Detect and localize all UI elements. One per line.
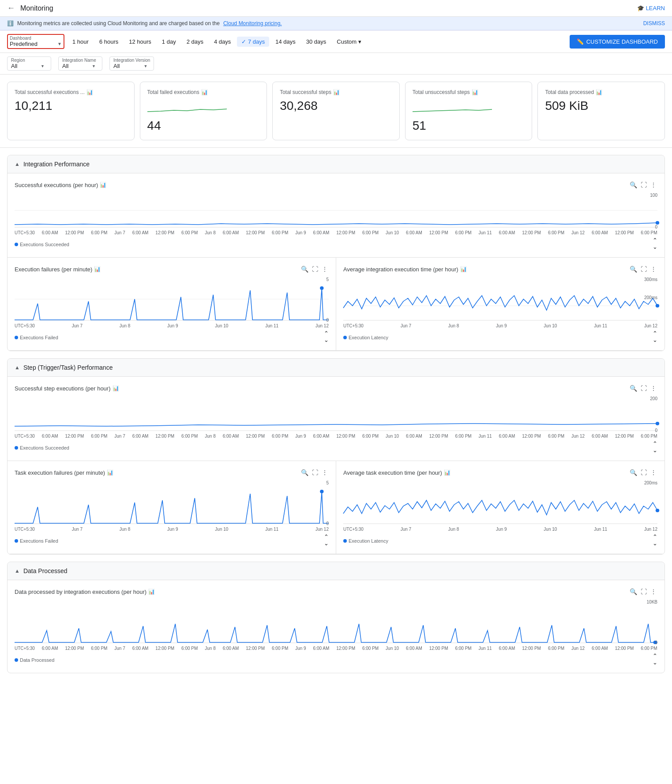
region-label: Region [11, 58, 47, 63]
time-btn-4days[interactable]: 4 days [210, 37, 235, 47]
time-btn-1hour[interactable]: 1 hour [68, 37, 93, 47]
more-button-avg-exec-time[interactable]: ⋮ [649, 265, 657, 274]
card-value-unsuccessful-steps: 51 [413, 119, 525, 133]
chart-svg-avg-exec-time [343, 277, 657, 321]
scroll-arrows-avg-exec-time[interactable]: ⌃ ⌄ [653, 330, 657, 343]
chart-successful-executions-per-hour: Successful executions (per hour) 📊 🔍 ⛶ ⋮… [8, 173, 664, 258]
chart-info-icon-task-fail: 📊 [107, 469, 113, 476]
zoom-button-data-processed[interactable]: 🔍 [629, 587, 638, 596]
expand-button-avg-exec-time[interactable]: ⛶ [640, 265, 648, 274]
card-title-failed-executions: Total failed executions 📊 [147, 89, 260, 95]
scroll-arrows-avg-task[interactable]: ⌃ ⌄ [653, 533, 657, 547]
integration-version-filter-wrapper: Integration Version All [109, 56, 154, 71]
time-btn-12hours[interactable]: 12 hours [124, 37, 156, 47]
time-btn-2days[interactable]: 2 days [182, 37, 208, 47]
zoom-button-successful-exec[interactable]: 🔍 [629, 180, 638, 189]
more-button-successful-step[interactable]: ⋮ [649, 384, 657, 393]
card-value-failed-executions: 44 [147, 119, 260, 133]
chart-svg-avg-task [343, 480, 657, 525]
integration-version-select-container: All [113, 63, 150, 69]
time-btn-6hours[interactable]: 6 hours [95, 37, 123, 47]
expand-button-successful-exec[interactable]: ⛶ [640, 180, 648, 189]
legend-dot-data-processed [15, 658, 18, 662]
scroll-arrows-successful-step[interactable]: ⌃ ⌄ [653, 440, 657, 454]
zoom-button-task-failures[interactable]: 🔍 [300, 468, 309, 477]
dashboard-select[interactable]: Predefined [10, 41, 38, 47]
more-button-task-failures[interactable]: ⋮ [321, 468, 329, 477]
x-axis-successful-exec: UTC+5:306:00 AM12:00 PM6:00 PMJun 76:00 … [15, 230, 657, 235]
expand-button-data-processed[interactable]: ⛶ [640, 587, 648, 596]
zoom-button-avg-exec-time[interactable]: 🔍 [629, 265, 638, 274]
card-data-processed: Total data processed 📊 509 KiB [537, 82, 665, 140]
scroll-arrows-exec-failures[interactable]: ⌃ ⌄ [324, 330, 329, 343]
chart-actions-task-exec-failures: 🔍 ⛶ ⋮ [300, 468, 329, 477]
more-button-exec-failures[interactable]: ⋮ [321, 265, 329, 274]
chart-task-exec-failures: Task execution failures (per minute) 📊 🔍… [8, 461, 336, 554]
chart-info-icon-2: 📊 [94, 266, 101, 272]
svg-point-5 [320, 286, 323, 290]
expand-button-successful-step[interactable]: ⛶ [640, 384, 648, 393]
card-title-successful-executions: Total successful executions ... 📊 [15, 89, 127, 95]
scroll-down-icon-5: ⌄ [324, 540, 329, 547]
section-header-data[interactable]: ▲ Data Processed [8, 562, 664, 580]
time-btn-7days[interactable]: 7 days [237, 37, 269, 47]
chart-info-icon-step: 📊 [113, 385, 119, 391]
scroll-arrows-successful-exec[interactable]: ⌃ ⌄ [653, 237, 657, 250]
dismiss-button[interactable]: DISMISS [643, 20, 665, 26]
chart-info-icon: 📊 [100, 182, 106, 188]
scroll-down-icon-6: ⌄ [653, 540, 657, 547]
expand-button-exec-failures[interactable]: ⛶ [311, 265, 319, 274]
scroll-arrows-data-processed[interactable]: ⌃ ⌄ [653, 653, 657, 666]
zoom-button-exec-failures[interactable]: 🔍 [300, 265, 309, 274]
integration-name-label: Integration Name [62, 58, 98, 63]
cloud-monitoring-link[interactable]: Cloud Monitoring pricing. [223, 20, 282, 26]
more-button-avg-task[interactable]: ⋮ [649, 468, 657, 477]
pencil-icon: ✏️ [577, 38, 584, 45]
card-info-icon-1: 📊 [86, 89, 93, 95]
more-button-successful-exec[interactable]: ⋮ [649, 180, 657, 189]
scroll-down-icon-7: ⌄ [653, 659, 657, 666]
y-max-data-processed: 10KB [647, 600, 657, 604]
zoom-button-avg-task[interactable]: 🔍 [629, 468, 638, 477]
time-btn-custom[interactable]: Custom ▾ [332, 37, 365, 47]
zoom-button-successful-step[interactable]: 🔍 [629, 384, 638, 393]
dashboard-label: Dashboard [10, 36, 62, 41]
scroll-up-icon-3: ⌃ [653, 330, 657, 337]
scroll-down-icon-2: ⌄ [324, 337, 329, 343]
card-info-icon-5: 📊 [596, 89, 602, 95]
time-btn-1day[interactable]: 1 day [158, 37, 180, 47]
region-select[interactable]: All [11, 63, 46, 69]
integration-name-select[interactable]: All [62, 63, 98, 69]
section-title-data: Data Processed [23, 567, 68, 574]
chart-area-exec-failures: 5 0 [15, 277, 329, 323]
time-btn-14days[interactable]: 14 days [271, 37, 300, 47]
y-max-avg-exec-time: 300ms [644, 277, 657, 282]
chart-avg-execution-time: Average integration execution time (per … [336, 258, 664, 351]
svg-point-10 [656, 422, 659, 425]
time-btn-30days[interactable]: 30 days [302, 37, 331, 47]
learn-button[interactable]: 🎓 LEARN [637, 5, 665, 11]
section-header-step[interactable]: ▲ Step (Trigger/Task) Performance [8, 359, 664, 377]
card-value-successful-steps: 30,268 [280, 99, 392, 113]
section-data-processed: ▲ Data Processed Data processed by integ… [7, 562, 665, 673]
scroll-up-icon-6: ⌃ [653, 533, 657, 540]
section-header-performance[interactable]: ▲ Integration Performance [8, 155, 664, 173]
legend-avg-exec-time: Execution Latency [343, 335, 388, 340]
back-button[interactable]: ← [7, 4, 15, 13]
chart-title-successful-exec: Successful executions (per hour) 📊 [15, 182, 106, 188]
legend-task-failures: Executions Failed [15, 538, 58, 544]
chart-header-task-exec-failures: Task execution failures (per minute) 📊 🔍… [15, 468, 329, 477]
integration-version-label: Integration Version [113, 58, 150, 63]
scroll-arrows-task-failures[interactable]: ⌃ ⌄ [324, 533, 329, 547]
customize-dashboard-button[interactable]: ✏️ CUSTOMIZE DASHBOARD [570, 35, 665, 49]
expand-button-avg-task[interactable]: ⛶ [640, 468, 648, 477]
section-integration-performance: ▲ Integration Performance Successful exe… [7, 155, 665, 351]
chart-footer-avg-task: Execution Latency ⌃ ⌄ [343, 533, 657, 547]
more-button-data-processed[interactable]: ⋮ [649, 587, 657, 596]
chart-svg-successful-exec [15, 193, 657, 228]
expand-button-task-failures[interactable]: ⛶ [311, 468, 319, 477]
integration-version-select[interactable]: All [113, 63, 149, 69]
toolbar: Dashboard Predefined ▼ 1 hour 6 hours 12… [0, 30, 672, 53]
sparkline-failed-executions [147, 101, 227, 114]
chart-header-exec-failures: Execution failures (per minute) 📊 🔍 ⛶ ⋮ [15, 265, 329, 274]
